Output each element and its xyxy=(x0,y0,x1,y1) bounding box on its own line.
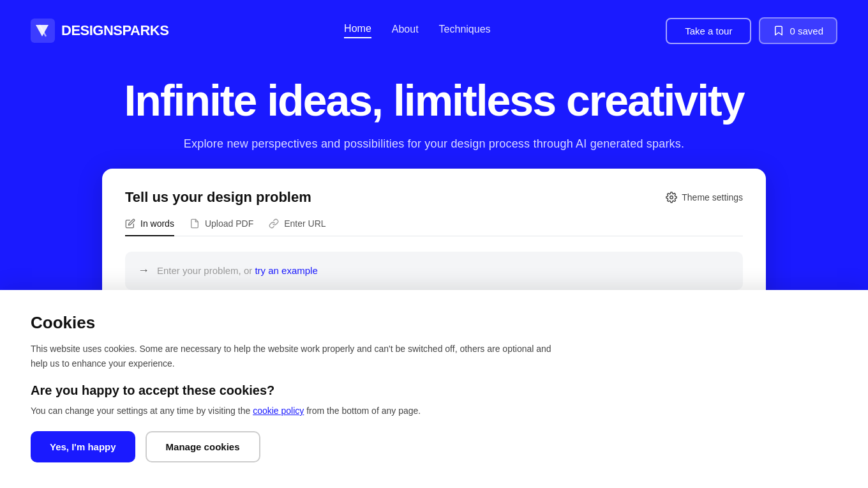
file-icon xyxy=(190,218,200,229)
manage-cookies-button[interactable]: Manage cookies xyxy=(146,431,260,462)
logo-text: DESIGNSPARKS xyxy=(61,22,168,39)
accept-cookies-button[interactable]: Yes, I'm happy xyxy=(31,431,135,462)
problem-input-area[interactable]: → Enter your problem, or try an example xyxy=(125,252,743,290)
bookmark-icon xyxy=(773,25,784,36)
problem-card: Tell us your design problem Theme settin… xyxy=(102,169,766,310)
card-title: Tell us your design problem xyxy=(125,189,311,206)
tab-enter-url[interactable]: Enter URL xyxy=(269,218,326,236)
card-wrapper: Tell us your design problem Theme settin… xyxy=(0,151,868,310)
svg-point-1 xyxy=(670,196,673,199)
pencil-icon xyxy=(125,218,135,229)
logo-icon xyxy=(31,19,55,43)
cookie-question: Are you happy to accept these cookies? xyxy=(31,383,837,398)
nav-home[interactable]: Home xyxy=(344,23,371,38)
cookie-title: Cookies xyxy=(31,313,837,333)
hero-subtitle: Explore new perspectives and possibiliti… xyxy=(31,137,837,151)
cookie-description: This website uses cookies. Some are nece… xyxy=(31,342,554,370)
cookie-actions: Yes, I'm happy Manage cookies xyxy=(31,431,837,462)
logo[interactable]: DESIGNSPARKS xyxy=(31,19,168,43)
input-placeholder: Enter your problem, or try an example xyxy=(157,265,318,276)
cookie-policy-link[interactable]: cookie policy xyxy=(253,406,304,416)
card-header: Tell us your design problem Theme settin… xyxy=(125,189,743,206)
theme-settings-button[interactable]: Theme settings xyxy=(666,192,743,203)
hero-section: Infinite ideas, limitless creativity Exp… xyxy=(0,61,868,151)
link-icon xyxy=(269,218,279,229)
tab-in-words[interactable]: In words xyxy=(125,218,174,236)
saved-button[interactable]: 0 saved xyxy=(759,17,837,44)
nav-actions: Take a tour 0 saved xyxy=(666,17,837,44)
arrow-right-icon: → xyxy=(138,264,149,277)
cookie-banner: Cookies This website uses cookies. Some … xyxy=(0,290,868,488)
card-tabs: In words Upload PDF Enter URL xyxy=(125,218,743,236)
hero-title: Infinite ideas, limitless creativity xyxy=(31,77,837,125)
nav-links: Home About Techniques xyxy=(344,23,490,38)
tab-upload-pdf[interactable]: Upload PDF xyxy=(190,218,253,236)
cookie-policy-text: You can change your settings at any time… xyxy=(31,406,837,416)
theme-settings-label: Theme settings xyxy=(682,192,743,202)
navbar: DESIGNSPARKS Home About Techniques Take … xyxy=(0,0,868,61)
take-tour-button[interactable]: Take a tour xyxy=(666,18,751,44)
try-example-link[interactable]: try an example xyxy=(255,265,317,276)
nav-about[interactable]: About xyxy=(392,24,419,38)
nav-techniques[interactable]: Techniques xyxy=(439,24,491,38)
gear-icon xyxy=(666,192,677,203)
